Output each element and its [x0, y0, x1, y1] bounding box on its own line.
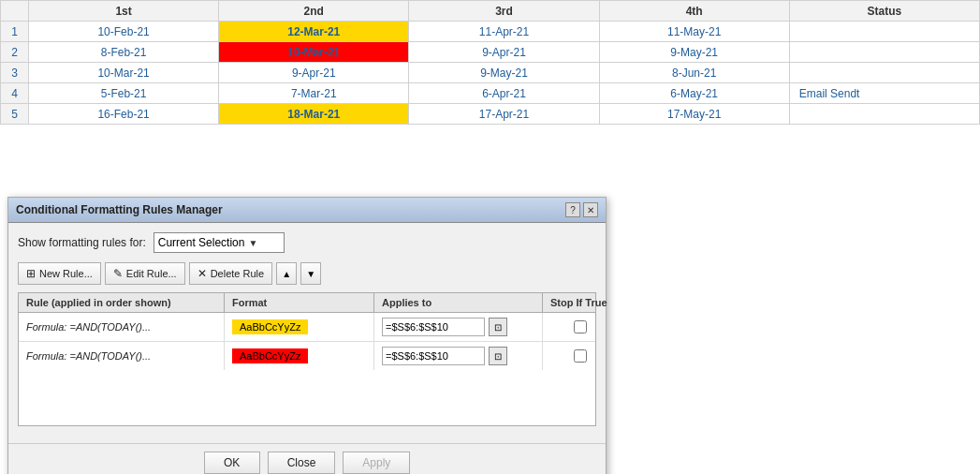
apply-button[interactable]: Apply — [343, 452, 410, 474]
table-row: 1 10-Feb-21 12-Mar-21 11-Apr-21 11-May-2… — [1, 22, 980, 42]
rule-format-2: AaBbCcYyZz — [225, 342, 374, 370]
new-rule-button[interactable]: ⊞ New Rule... — [18, 262, 101, 285]
dialog-close-x-button[interactable]: ✕ — [583, 202, 598, 217]
edit-rule-icon: ✎ — [113, 267, 123, 280]
rule-formula-1: Formula: =AND(TODAY()... — [19, 313, 225, 341]
col-format-header: Format — [225, 293, 374, 312]
conditional-formatting-dialog: Conditional Formatting Rules Manager ? ✕… — [7, 197, 607, 474]
rules-table: Rule (applied in order shown) Format App… — [18, 292, 596, 426]
rules-table-header: Rule (applied in order shown) Format App… — [19, 293, 595, 313]
col-rule-header: Rule (applied in order shown) — [19, 293, 225, 312]
rule-row-2: Formula: =AND(TODAY()... AaBbCcYyZz ⊡ — [19, 342, 595, 370]
rules-table-body: Formula: =AND(TODAY()... AaBbCcYyZz ⊡ — [19, 313, 595, 425]
show-rules-dropdown[interactable]: Current Selection ▼ — [154, 232, 285, 253]
rule-applies-2: ⊡ — [374, 342, 543, 370]
show-rules-value: Current Selection — [158, 236, 245, 249]
rule-stop-1 — [543, 313, 618, 341]
applies-input-2[interactable] — [382, 347, 485, 365]
table-row: 2 8-Feb-21 10-Mar-21 9-Apr-21 9-May-21 — [1, 42, 980, 63]
rule-stop-2 — [543, 342, 618, 370]
move-up-button[interactable]: ▲ — [276, 262, 297, 285]
rule-applies-1: ⊡ — [374, 313, 543, 341]
stop-checkbox-2[interactable] — [574, 349, 587, 363]
ok-button[interactable]: OK — [204, 452, 260, 474]
table-row: 4 5-Feb-21 7-Mar-21 6-Apr-21 6-May-21 Em… — [1, 83, 980, 104]
delete-rule-label: Delete Rule — [211, 268, 264, 279]
edit-rule-label: Edit Rule... — [126, 268, 177, 279]
dropdown-arrow-icon: ▼ — [248, 238, 257, 248]
col-header-2nd: 2nd — [219, 1, 409, 22]
spreadsheet: 1st 2nd 3rd 4th Status 1 10-Feb-21 12-Ma… — [0, 0, 980, 125]
dialog-title-buttons: ? ✕ — [565, 202, 598, 217]
col-header-rownum — [1, 1, 29, 22]
delete-rule-icon: ✕ — [197, 267, 207, 280]
col-header-1st: 1st — [29, 1, 219, 22]
select-range-btn-2[interactable]: ⊡ — [489, 347, 507, 365]
dialog-body: Show formatting rules for: Current Selec… — [8, 223, 606, 443]
new-rule-label: New Rule... — [39, 268, 93, 279]
dialog-help-button[interactable]: ? — [565, 202, 580, 217]
show-rules-label: Show formatting rules for: — [18, 236, 146, 249]
col-applies-header: Applies to — [374, 293, 543, 312]
toolbar-row: ⊞ New Rule... ✎ Edit Rule... ✕ Delete Ru… — [18, 262, 596, 285]
applies-input-1[interactable] — [382, 318, 485, 336]
delete-rule-button[interactable]: ✕ Delete Rule — [189, 262, 272, 285]
rule-row-1: Formula: =AND(TODAY()... AaBbCcYyZz ⊡ — [19, 313, 595, 342]
col-header-4th: 4th — [599, 1, 789, 22]
dialog-title: Conditional Formatting Rules Manager — [16, 203, 223, 216]
stop-checkbox-1[interactable] — [574, 320, 587, 333]
new-rule-icon: ⊞ — [26, 267, 36, 280]
rule-formula-2: Formula: =AND(TODAY()... — [19, 342, 225, 370]
show-rules-row: Show formatting rules for: Current Selec… — [18, 232, 596, 253]
select-range-btn-1[interactable]: ⊡ — [489, 318, 507, 336]
move-down-button[interactable]: ▼ — [300, 262, 321, 285]
dialog-titlebar: Conditional Formatting Rules Manager ? ✕ — [8, 198, 606, 223]
table-row: 3 10-Mar-21 9-Apr-21 9-May-21 8-Jun-21 — [1, 63, 980, 83]
edit-rule-button[interactable]: ✎ Edit Rule... — [105, 262, 185, 285]
close-button[interactable]: Close — [268, 452, 336, 474]
col-stop-header: Stop If True — [543, 293, 618, 312]
select-range-icon-2: ⊡ — [494, 351, 502, 362]
table-row: 5 16-Feb-21 18-Mar-21 17-Apr-21 17-May-2… — [1, 104, 980, 125]
select-range-icon-1: ⊡ — [494, 322, 502, 333]
dialog-footer: OK Close Apply — [8, 443, 606, 474]
rule-format-1: AaBbCcYyZz — [225, 313, 374, 341]
col-header-3rd: 3rd — [409, 1, 599, 22]
col-header-status: Status — [789, 1, 979, 22]
